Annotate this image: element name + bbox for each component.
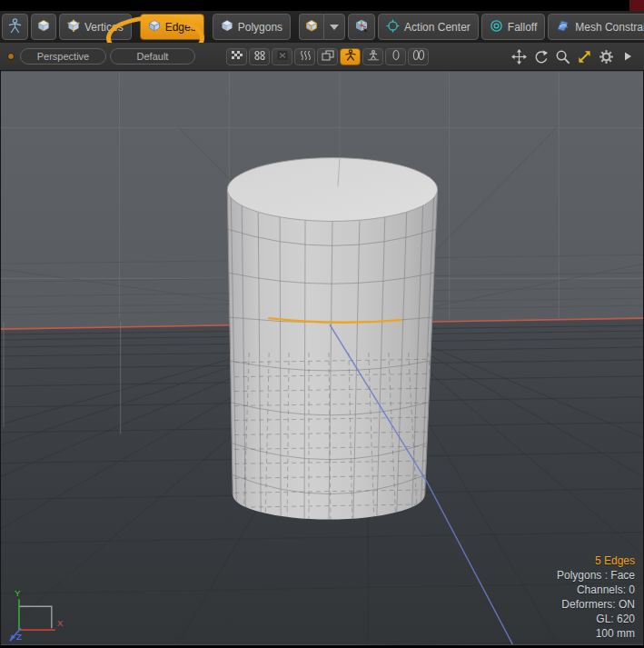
- deformer-view-active-button[interactable]: [340, 48, 361, 65]
- mesh-constraint-label: Mesh Constraint: [575, 21, 644, 34]
- status-gl: GL: 620: [557, 612, 635, 626]
- window-top-strip: [0, 0, 644, 11]
- shading-checker-button[interactable]: [226, 48, 247, 65]
- dark-square-icon: [276, 50, 289, 64]
- gizmo-x-label: X: [57, 618, 64, 628]
- ghost-mode-button[interactable]: [317, 48, 338, 65]
- viewport-status-readout: 5 Edges Polygons : Face Channels: 0 Defo…: [557, 553, 635, 641]
- selection-set-button[interactable]: [299, 14, 323, 40]
- selection-count: 5 Edges: [557, 553, 635, 568]
- tab-edges-label: Edges: [165, 21, 196, 34]
- waves-icon: [299, 50, 312, 64]
- viewport-nav-controls: [510, 48, 637, 65]
- cube-outline-icon: [305, 19, 318, 35]
- action-center-label: Action Center: [404, 21, 471, 34]
- action-center-button[interactable]: Action Center: [378, 14, 479, 40]
- pan-icon: [511, 49, 527, 65]
- status-deformers: Deformers: ON: [557, 597, 635, 612]
- status-grid-size: 100 mm: [557, 626, 635, 641]
- capsule-view-button[interactable]: [385, 48, 406, 65]
- cube-vertices-icon: [67, 19, 80, 35]
- center-mode-button[interactable]: [348, 14, 375, 40]
- figure-orange-icon: [344, 49, 357, 64]
- status-polygon-mode: Polygons : Face: [557, 568, 635, 583]
- shading-matcap-button[interactable]: [249, 48, 270, 65]
- shading-preset-label: Default: [137, 51, 169, 62]
- flyout-arrow-icon: [622, 50, 633, 63]
- figure-box-icon: [367, 49, 380, 64]
- maximize-icon: [577, 49, 592, 65]
- tab-edges[interactable]: Edges: [140, 14, 204, 40]
- mesh-constraint-icon: [556, 19, 570, 35]
- selection-set-group: [299, 14, 345, 40]
- tab-polygons-label: Polygons: [238, 21, 282, 34]
- falloff-button[interactable]: Falloff: [481, 14, 545, 40]
- main-toolbar: Vertices Edges Polygons: [0, 11, 644, 43]
- checkerboard-icon: [231, 50, 243, 64]
- window-corner-accent: [629, 0, 644, 11]
- view-mode-label: Perspective: [37, 51, 89, 62]
- viewport-settings-button[interactable]: [597, 48, 615, 65]
- gizmo-z-label: Z: [16, 632, 22, 642]
- selection-set-dropdown[interactable]: [323, 14, 345, 40]
- cube-axis-icon: [354, 18, 369, 35]
- shading-reflection-button[interactable]: [272, 48, 292, 65]
- chevron-down-icon: [330, 25, 339, 30]
- viewport-toolbar: Perspective Default: [0, 43, 644, 71]
- rotate-icon: [533, 49, 549, 65]
- cube-edges-icon: [148, 19, 161, 35]
- view-mode-dropdown[interactable]: Perspective: [20, 48, 106, 65]
- toolbar-flyout-button[interactable]: [619, 48, 637, 65]
- gear-icon: [599, 49, 614, 65]
- shading-preset-dropdown[interactable]: Default: [110, 48, 195, 65]
- maximize-viewport-button[interactable]: [575, 48, 593, 65]
- pan-tool-button[interactable]: [510, 48, 528, 65]
- magnifier-icon: [555, 49, 570, 65]
- capsule-icon: [390, 49, 402, 64]
- viewport-state-dot[interactable]: [7, 53, 15, 60]
- cylinder-mesh[interactable]: [218, 158, 444, 521]
- overlap-squares-icon: [322, 50, 334, 64]
- figure-icon: [8, 18, 22, 36]
- falloff-icon: [490, 19, 503, 35]
- action-center-icon: [386, 19, 400, 35]
- status-channels: Channels: 0: [557, 583, 635, 597]
- wireframe-toggle-button[interactable]: [294, 48, 315, 65]
- item-mode-button[interactable]: [2, 14, 28, 40]
- double-capsule-icon: [411, 49, 426, 64]
- rotate-tool-button[interactable]: [531, 48, 550, 65]
- tab-vertices[interactable]: Vertices: [59, 14, 132, 40]
- cube-icon: [37, 19, 50, 35]
- mesh-mode-button[interactable]: [31, 14, 56, 40]
- double-capsule-view-button[interactable]: [408, 48, 429, 65]
- zoom-tool-button[interactable]: [553, 48, 571, 65]
- mesh-constraint-button[interactable]: Mesh Constraint: [548, 14, 644, 40]
- deformer-view-button[interactable]: [362, 48, 383, 65]
- application-window: Vertices Edges Polygons: [0, 0, 644, 648]
- scene-canvas: Y X Z: [1, 71, 643, 645]
- tab-vertices-label: Vertices: [84, 21, 124, 34]
- four-dots-icon: [253, 50, 266, 64]
- tab-polygons[interactable]: Polygons: [213, 14, 291, 40]
- cube-polygons-icon: [221, 19, 233, 35]
- viewport-3d[interactable]: Y X Z 5 Edges Polygons : Face Channels: …: [0, 71, 644, 645]
- gizmo-y-label: Y: [15, 588, 21, 598]
- falloff-label: Falloff: [508, 21, 537, 34]
